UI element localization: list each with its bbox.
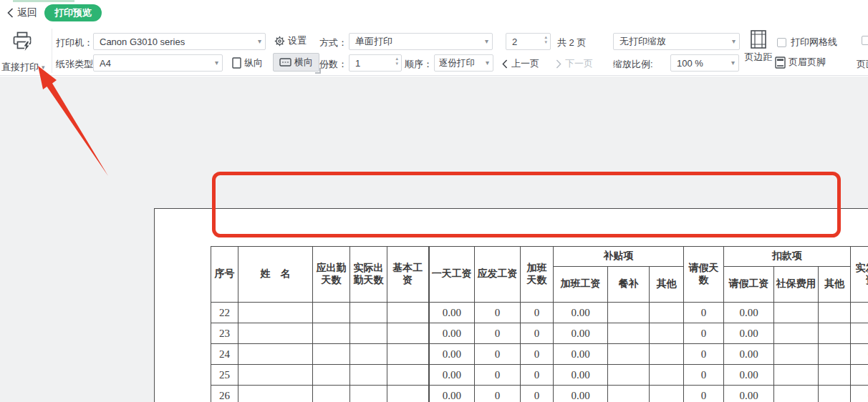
toolbar: 返回 打印预览 直接打印 ▾ 打印机： Canon G3010 series ▾	[0, 0, 868, 76]
col-header-social-insurance: 社保费用	[774, 267, 819, 303]
checkbox-icon	[862, 36, 868, 45]
next-page-label: 下一页	[565, 57, 593, 70]
data-cell	[313, 365, 350, 386]
data-cell: 0	[684, 323, 724, 344]
col-header-net-pay: 实发工资	[851, 247, 868, 303]
gear-icon	[274, 36, 285, 46]
prev-page-button[interactable]: 上一页	[502, 57, 539, 70]
data-cell	[350, 365, 387, 386]
clipped-checkbox[interactable]	[862, 36, 868, 45]
next-page-button[interactable]: 下一页	[556, 57, 593, 70]
data-cell: 0.00	[724, 386, 774, 402]
data-cell: 0.00	[429, 365, 475, 386]
back-button[interactable]: 返回	[7, 6, 37, 19]
copies-value: 1	[355, 58, 360, 69]
col-header-seq: 序号	[211, 247, 238, 303]
printer-lightning-icon[interactable]	[11, 30, 34, 53]
landscape-button[interactable]: 横向	[273, 53, 319, 72]
data-cell	[819, 386, 851, 402]
data-cell: 0.00	[724, 365, 774, 386]
data-cell	[774, 386, 819, 402]
col-header-gross-salary: 应发工资	[475, 247, 521, 303]
data-cell: 0.00	[554, 323, 608, 344]
data-cell: 0.00	[554, 386, 608, 402]
data-cell: 0.00	[429, 323, 475, 344]
col-header-daily-salary: 一天工资	[429, 247, 475, 303]
data-cell: 0	[851, 386, 868, 402]
header-footer-button[interactable]: 页眉页脚	[775, 56, 826, 69]
data-cell: 0.00	[724, 303, 774, 323]
data-cell: 0.00	[724, 344, 774, 365]
data-cell: 0	[851, 365, 868, 386]
data-cell	[350, 323, 387, 344]
portrait-button[interactable]: 纵向	[232, 57, 263, 69]
data-cell: 0	[521, 365, 554, 386]
data-cell: 0.00	[554, 365, 608, 386]
spinner-arrows-icon: ▴▾	[395, 57, 398, 66]
row-number-cell: 26	[211, 386, 238, 402]
print-scaling-select[interactable]: 无打印缩放 ▾	[613, 33, 740, 50]
settings-button[interactable]: 设置	[274, 34, 307, 47]
collate-label: 顺序：	[405, 58, 433, 71]
data-cell: 0	[521, 303, 554, 323]
table-row: 240.00000.0000.000	[211, 344, 868, 365]
copies-stepper[interactable]: 1 ▴▾	[349, 54, 402, 72]
data-cell	[608, 344, 650, 365]
print-scaling-value: 无打印缩放	[619, 35, 666, 48]
print-mode-label: 方式：	[319, 36, 347, 49]
page-margins-label: 页边距	[745, 51, 773, 64]
page-margins-button[interactable]: 页边距	[742, 30, 775, 64]
row-number-cell: 25	[211, 365, 238, 386]
data-cell	[238, 323, 313, 344]
collate-value: 逐份打印	[439, 57, 475, 69]
print-gridlines-label: 打印网格线	[791, 36, 837, 49]
payroll-table-body: 220.00000.0000.000230.00000.0000.000240.…	[211, 303, 868, 402]
paper-type-select[interactable]: A4 ▾	[93, 54, 223, 72]
print-gridlines-checkbox[interactable]: 打印网格线	[777, 36, 837, 49]
data-cell: 0	[521, 386, 554, 402]
col-header-name: 姓 名	[238, 247, 313, 303]
col-header-deduction-other: 其他	[819, 267, 851, 303]
data-cell	[238, 344, 313, 365]
data-cell: 0	[521, 344, 554, 365]
data-cell	[313, 303, 350, 323]
data-cell: 0	[684, 344, 724, 365]
data-cell	[350, 303, 387, 323]
collate-select[interactable]: 逐份打印 ▾	[434, 54, 493, 72]
table-row: 260.00000.0000.000	[211, 386, 868, 402]
chevron-down-icon: ▾	[215, 59, 218, 67]
row-number-cell: 24	[211, 344, 238, 365]
data-cell	[650, 323, 684, 344]
prev-page-label: 上一页	[511, 57, 539, 70]
zoom-ratio-value: 100 %	[677, 58, 703, 69]
chevron-down-icon: ▾	[485, 38, 488, 45]
landscape-page-icon	[279, 58, 291, 67]
zoom-ratio-select[interactable]: 100 % ▾	[670, 54, 739, 72]
payroll-table: 序号 姓 名 应出勤天数 实际出勤天数 基本工资 一天工资 应发工资 加班天数 …	[211, 246, 868, 402]
data-cell: 0.00	[429, 386, 475, 402]
data-cell	[387, 365, 429, 386]
print-mode-select[interactable]: 单面打印 ▾	[349, 33, 493, 50]
copies-label: 份数：	[319, 58, 347, 71]
printer-select[interactable]: Canon G3010 series ▾	[93, 33, 266, 50]
margins-icon	[751, 30, 766, 49]
direct-print-button[interactable]: 直接打印 ▾	[1, 61, 45, 74]
chevron-down-icon: ▾	[42, 64, 45, 71]
portrait-page-icon	[232, 57, 241, 69]
data-cell: 0	[475, 323, 521, 344]
data-cell	[774, 344, 819, 365]
portrait-label: 纵向	[244, 57, 263, 69]
col-header-actual-days: 实际出勤天数	[350, 247, 387, 303]
current-page-stepper[interactable]: 2 ▴▾	[506, 33, 551, 50]
data-cell	[313, 386, 350, 402]
data-cell	[650, 303, 684, 323]
tab-strip	[13, 0, 74, 2]
header-footer-label: 页眉页脚	[789, 56, 826, 69]
data-cell	[387, 344, 429, 365]
data-cell	[650, 365, 684, 386]
data-cell: 0	[521, 323, 554, 344]
data-cell: 0.00	[554, 303, 608, 323]
col-header-leave-days: 请假天数	[684, 247, 724, 303]
data-cell: 0.00	[429, 303, 475, 323]
data-cell	[608, 303, 650, 323]
